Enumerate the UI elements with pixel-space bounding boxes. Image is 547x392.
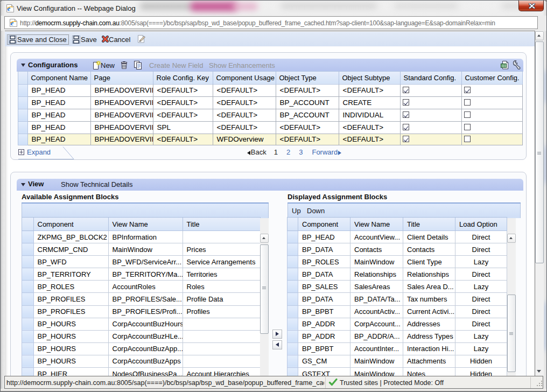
svg-text:e: e bbox=[11, 19, 14, 27]
svg-text:e: e bbox=[8, 4, 11, 12]
